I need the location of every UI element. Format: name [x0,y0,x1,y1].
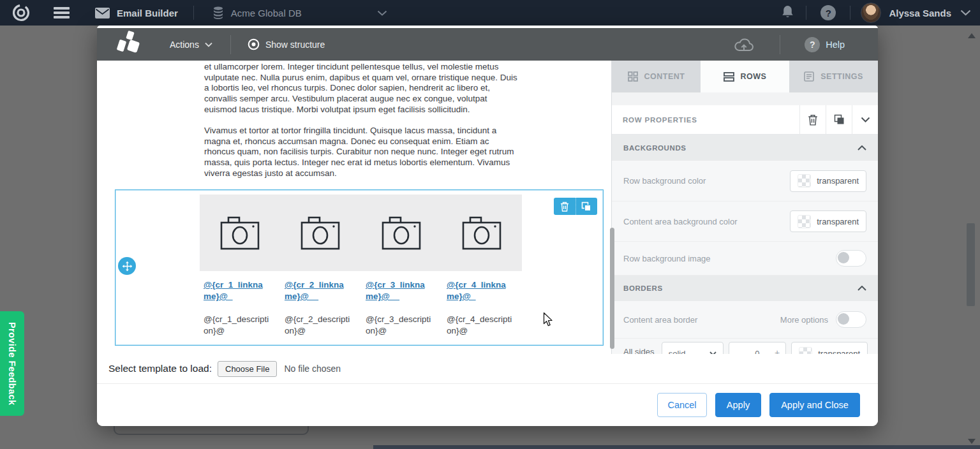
header-right-group: ? Help [734,35,878,54]
copy-icon [834,114,845,125]
apply-and-close-button[interactable]: Apply and Close [769,393,860,417]
row-bg-image-toggle[interactable] [836,250,866,267]
merge-description-4[interactable]: @{cr_4_description}@ [447,314,512,335]
trash-icon [808,114,818,126]
settings-doc-icon [804,71,814,82]
merge-description-1[interactable]: @{cr_1_description}@ [204,314,269,335]
page-scrollbar[interactable] [965,26,979,449]
topbar-divider [806,6,806,20]
description-column-4: @{cr_4_description}@ [447,313,528,336]
tab-content[interactable]: CONTENT [612,61,701,92]
move-icon [122,261,133,272]
rows-icon [724,72,734,82]
scrollbar-thumb[interactable] [967,223,975,306]
more-options-label: More options [780,315,828,325]
merge-link-1[interactable]: @{cr_1_linkname}@_ [204,280,263,301]
grid-icon [628,71,638,82]
image-placeholder-strip [200,195,522,271]
content-bg-color-picker[interactable]: transparent [790,210,866,232]
provide-feedback-tab[interactable]: Provide Feedback [0,311,24,416]
chevron-down-icon [861,117,870,122]
show-structure-button[interactable]: Show structure [248,38,325,50]
user-menu-chevron-down-icon[interactable] [960,7,971,18]
scrollbar-up-arrow[interactable] [968,33,976,38]
editor-scrollbar-thumb[interactable] [610,228,614,349]
border-color-picker[interactable]: transparent [791,342,868,354]
sidebar-tabs: CONTENT ROWS SETTINGS [612,61,878,92]
tab-settings[interactable]: SETTINGS [789,61,878,92]
header-divider [230,35,231,54]
merge-description-2[interactable]: @{cr_2_description}@ [285,314,350,335]
actions-menu-button[interactable]: Actions [170,40,212,50]
user-avatar[interactable] [861,3,881,23]
builder-help-button[interactable]: ? Help [805,37,845,52]
apply-button[interactable]: Apply [715,393,761,417]
merge-link-3[interactable]: @{cr_3_linkname}@__ [366,280,425,301]
show-structure-label: Show structure [265,40,325,50]
email-canvas: et ullamcorper lorem. Integer tincidunt … [97,61,611,354]
row-properties-bar: ROW PROPERTIES [612,105,878,135]
delete-row-button[interactable] [554,198,576,215]
duplicate-properties-button[interactable] [826,105,852,134]
image-placeholder-2[interactable] [280,195,360,271]
actions-label: Actions [170,40,199,50]
email-paragraph-1[interactable]: et ullamcorper lorem. Integer tincidunt … [204,62,519,115]
border-color-value: transparent [818,349,860,355]
borders-section-header[interactable]: BORDERS [612,276,878,301]
hamburger-menu-icon[interactable] [54,7,70,18]
tab-rows[interactable]: ROWS [701,61,789,92]
workspace-selector-label: Acme Global DB [231,8,302,18]
row-bg-image-row: Row background image [612,242,878,276]
border-style-select[interactable]: solid [662,342,724,354]
link-column-3: @{cr_3_linkname}@__ [366,279,447,302]
app-title: Email Builder [117,8,178,18]
tab-rows-label: ROWS [741,72,767,81]
camera-icon [382,216,421,250]
border-width-value: 0 [755,349,759,355]
merge-description-3[interactable]: @{cr_3_description}@ [366,314,431,335]
content-bg-color-label: Content area background color [623,217,790,226]
builder-body: et ullamcorper lorem. Integer tincidunt … [97,61,878,354]
border-width-stepper[interactable]: 0 + [729,342,787,354]
all-sides-label: All sides [623,339,662,354]
link-column-2: @{cr_2_linkname}@__ [285,279,366,302]
scrollbar-down-arrow[interactable] [968,439,976,444]
duplicate-row-button[interactable] [576,198,598,215]
backgrounds-section-header[interactable]: BACKGROUNDS [612,135,878,161]
eye-target-icon [248,38,260,50]
row-bg-color-picker[interactable]: transparent [790,170,866,192]
email-builder-modal: Actions Show structure ? Help [97,26,878,426]
merge-link-4[interactable]: @{cr_4_linkname}@_ [447,280,506,301]
screen: Email Builder Acme Global DB ? Alyssa Sa… [0,0,980,449]
tab-content-label: CONTENT [644,72,685,81]
email-icon [95,8,110,18]
move-row-handle[interactable] [118,257,136,275]
tab-settings-label: SETTINGS [820,72,863,81]
collapse-properties-button[interactable] [852,105,878,134]
modal-footer-buttons: Cancel Apply Apply and Close [97,384,878,426]
merge-description-row: @{cr_1_description}@ @{cr_2_description}… [204,313,529,336]
choose-file-button[interactable]: Choose File [218,361,277,377]
help-question-icon: ? [805,37,820,52]
chevron-down-icon [709,351,716,355]
app-logo-icon[interactable] [11,3,31,22]
image-placeholder-4[interactable] [442,195,522,271]
email-paragraph-2[interactable]: Vivamus et tortor at tortor fringilla ti… [204,126,519,179]
toggle-knob [838,252,849,263]
user-name: Alyssa Sands [889,8,951,18]
image-placeholder-1[interactable] [200,195,280,271]
row-bg-color-label: Row background color [623,176,790,186]
merge-link-2[interactable]: @{cr_2_linkname}@__ [285,280,344,301]
image-placeholder-3[interactable] [361,195,442,271]
copy-icon [581,202,591,212]
topbar-divider [193,6,194,20]
actions-chevron-down-icon [205,42,212,47]
workspace-chevron-down-icon[interactable] [377,7,387,18]
cloud-upload-icon[interactable] [734,37,754,52]
topbar-help-icon[interactable]: ? [820,5,836,20]
delete-properties-button[interactable] [799,105,826,134]
notifications-bell-icon[interactable] [781,4,794,22]
more-options-toggle[interactable] [836,311,866,328]
cancel-button[interactable]: Cancel [657,393,707,417]
stepper-plus-icon[interactable]: + [775,348,780,354]
